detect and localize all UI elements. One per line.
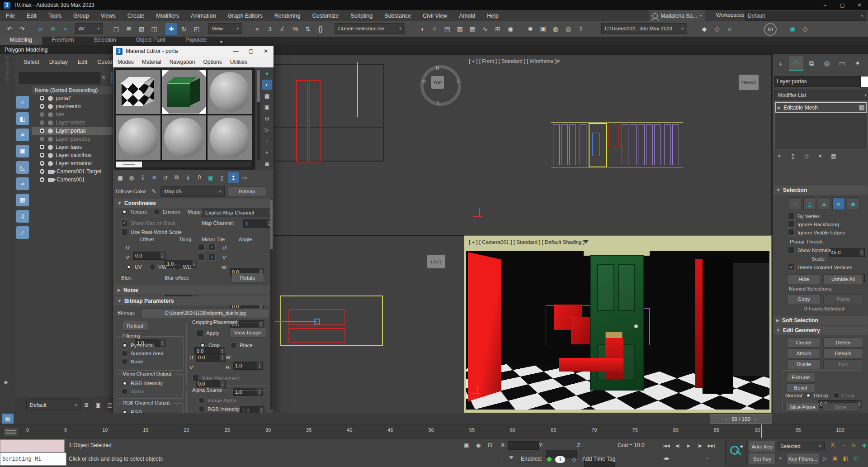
wu-radio[interactable] [174,264,180,270]
window-crossing-icon[interactable]: ◫ [148,23,160,35]
view-coordinate-dropdown[interactable]: View [208,23,242,34]
delete-button[interactable]: Delete [823,338,863,348]
scene-object-row[interactable]: Layer:vidros [32,119,124,127]
auto-key-button[interactable]: Auto Key [749,441,776,452]
mini-curve-editor-icon[interactable]: ▷ [820,453,830,463]
visibility-eye-icon[interactable] [39,103,45,110]
display-tab-icon[interactable]: ▭ [835,56,849,71]
scene-object-row[interactable]: pavimento [32,102,124,110]
open-mini-curve-editor-icon[interactable] [4,427,18,436]
visibility-eye-icon[interactable] [39,119,45,126]
normal-group-radio[interactable] [805,392,811,399]
visibility-eye-icon[interactable] [39,144,45,150]
scene-object-row[interactable]: lote [32,110,124,119]
ribbon-tab[interactable]: Populate [175,36,217,45]
explorer-menu-icon[interactable]: ≣ [81,400,91,410]
workspace-select[interactable]: Default▾ [745,11,866,21]
element-mode-icon[interactable]: ◆ [847,197,859,210]
ribbon-minimize-icon[interactable]: ▼ [217,38,226,45]
viewport-layout-icon[interactable]: ▦ [2,414,14,424]
background-icon[interactable]: ▦ [262,91,272,101]
menu-item[interactable]: File [0,10,21,21]
select-and-move-icon[interactable]: ✚ [165,23,177,35]
viewport-front-label[interactable]: [ + ] [ Front ] [ Standard ] [ Wireframe… [469,58,557,64]
viewport-camera-label[interactable]: [ + ] [ Camera001 ] [ Standard ] [ Defau… [469,239,585,245]
me-menu-item[interactable]: Options [203,59,222,65]
close-button[interactable]: ✕ [851,0,868,10]
transform-gizmo-icon[interactable]: ⇱ [828,441,838,450]
turn-button[interactable]: Turn [823,359,863,369]
display-all-icon[interactable]: ○ [16,96,29,109]
sample-type-icon[interactable]: ● [262,68,272,78]
next-frame-icon[interactable]: |▶ [695,440,705,451]
render-quality-badge[interactable]: 50 [764,23,777,36]
visibility-eye-icon[interactable] [39,168,45,175]
scene-object-row[interactable]: Camera001.Target [32,167,124,176]
current-frame-marker[interactable] [761,424,762,438]
selection-lock-icon[interactable]: ◉ [474,441,483,450]
cloud-render-icon[interactable]: ⇪ [575,23,587,35]
menu-item[interactable]: Animation [185,10,222,21]
visibility-eye-icon[interactable] [39,160,45,167]
go-to-end-icon[interactable]: ▶▶| [706,440,717,451]
angle-snap-icon[interactable]: ∠ [277,23,288,35]
maximize-viewport-icon[interactable]: ◱ [851,453,861,463]
modify-tab-icon[interactable]: ◠ [789,56,803,71]
viewport-camera[interactable]: [ + ] [ Camera001 ] [ Standard ] [ Defau… [464,235,772,413]
rendered-frame-window-icon[interactable]: ▣ [537,23,549,35]
sample-hscrollbar[interactable] [116,162,251,167]
display-lights-icon[interactable]: ✶ [16,129,29,141]
scene-object-row[interactable]: Layer:lajes [32,143,124,151]
ribbon-toggle-icon[interactable]: ▦ [467,23,478,35]
play-icon[interactable]: ▶ [684,440,694,451]
ribbon-tab[interactable]: Selection [84,36,126,45]
selection-pin-icon[interactable] [508,455,514,461]
set-keys-button[interactable]: + [725,440,747,466]
show-end-result-icon[interactable]: ▯ [788,151,798,161]
curve-editor-icon[interactable]: ∿ [479,23,491,35]
menu-item[interactable]: Customize [306,10,344,21]
stack-toggle-icon[interactable] [859,105,864,110]
configure-modifier-sets-icon[interactable]: ▤ [829,151,839,161]
menu-item[interactable]: Views [95,10,122,21]
toggle-scene-explorer-icon[interactable]: ▤ [441,23,453,35]
dock-handle[interactable] [6,56,9,83]
scene-object-row[interactable]: Layer:caixilhos [32,151,124,159]
set-key-button[interactable]: Set Key [749,453,776,464]
material-editor-titlebar[interactable]: 3 Material Editor - porta — ▢ ✕ [113,46,274,57]
object-name-field[interactable]: Layer:portas [774,76,863,87]
maxscript-listener-input[interactable]: Scripting Mi [0,453,66,466]
u-mirror-checkbox[interactable] [198,244,205,251]
v-tile-checkbox[interactable] [209,254,216,261]
slice-plane-button[interactable]: Slice Plane [785,403,820,412]
ignore-backfacing-checkbox[interactable] [788,221,795,228]
show-map-in-viewport-icon[interactable]: ▣ [205,172,216,183]
lightbulb-icon[interactable]: ○ [724,23,736,35]
key-filters-button[interactable]: Key Filters... [787,453,819,464]
material-sample-slot[interactable] [161,115,207,160]
explorer-column-header[interactable]: Name (Sorted Descending) [32,85,125,95]
unlink-selection-icon[interactable]: ⊘ [47,23,59,35]
grid-toggle-icon[interactable]: ◧ [841,453,850,463]
make-material-copy-icon[interactable]: ⧉ [171,172,182,183]
u-tile-checkbox[interactable] [209,244,216,251]
menu-item[interactable]: Substance [378,10,417,21]
create-selection-set-dropdown[interactable]: Create Selection Se [335,23,405,34]
schematic-view-icon[interactable]: ⊞ [492,23,504,35]
render-setup-icon[interactable]: ✱ [524,23,536,35]
crop-radio[interactable] [199,342,206,348]
get-material-icon[interactable]: ▦ [115,172,126,183]
utilities-tab-icon[interactable]: ✦ [850,56,865,71]
menu-item[interactable]: Tools [42,10,67,21]
menu-item[interactable]: Scripting [344,10,378,21]
rotate-button[interactable]: Rotate [231,273,264,283]
alpha-rgb-intensity-radio[interactable] [198,406,205,412]
select-and-rotate-icon[interactable]: ↻ [178,23,190,35]
mapping-dropdown[interactable]: Explicit Map Channel [202,208,275,217]
me-close-button[interactable]: ✕ [264,48,268,54]
put-material-to-scene-icon[interactable]: ◍ [126,172,137,183]
detach-button[interactable]: Detach [823,348,863,358]
visibility-eye-icon[interactable] [39,152,45,158]
render-teapot-icon[interactable]: ◉ [787,23,798,35]
place-radio[interactable] [231,342,237,348]
